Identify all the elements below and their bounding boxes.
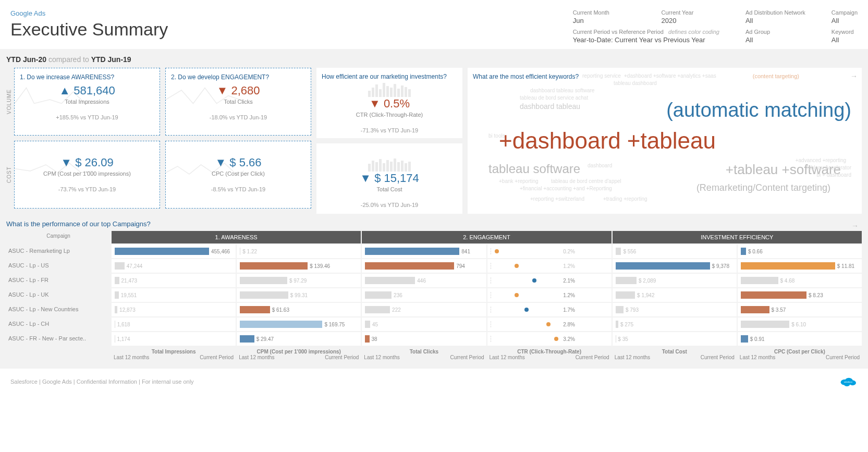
- table-cell: 236: [362, 288, 486, 302]
- down-arrow-icon: ▼: [217, 84, 228, 97]
- section-efficiency: INVESTMENT EFFICIENCY: [613, 231, 862, 243]
- volume-label: VOLUME: [6, 68, 12, 136]
- expand-icon[interactable]: →: [850, 72, 858, 80]
- col-footer: Total CostLast 12 monthsCurrent Period: [613, 347, 737, 362]
- table-cell: 0.2%: [487, 245, 612, 258]
- table-row-label[interactable]: ASUC - FR - New - Par secte..: [6, 332, 111, 346]
- table-row-label[interactable]: ASUC - Lp - FR: [6, 274, 111, 287]
- table-cell: $ 0.91: [738, 332, 862, 346]
- expand-icon[interactable]: →: [851, 222, 862, 230]
- table-cell: $ 793: [613, 303, 737, 316]
- table-cell: $ 139.46: [237, 259, 361, 273]
- table-cell: 1.2%: [487, 288, 612, 302]
- subtitle: Google Ads: [10, 9, 168, 17]
- table-cell: 1,618: [112, 317, 236, 331]
- col-footer: CTR (Click-Through-Rate)Last 12 monthsCu…: [487, 347, 612, 362]
- down-arrow-icon: ▼: [360, 172, 371, 185]
- table-cell: 1.2%: [487, 259, 612, 273]
- filter-month[interactable]: Current MonthJun: [573, 9, 635, 25]
- kpi-cost[interactable]: ▼ $ 15,174 Total Cost -25.0% vs YTD Jun-…: [316, 143, 462, 214]
- kpi-impressions[interactable]: 1. Do we increase AWARENESS? ▲ 581,640 T…: [14, 68, 160, 136]
- table-cell: $ 169.75: [237, 317, 361, 331]
- col-footer: CPM (Cost per 1'000 impressions)Last 12 …: [237, 347, 361, 362]
- col-footer: CPC (Cost per Click)Last 12 monthsCurren…: [738, 347, 862, 362]
- table-cell: $ 1,942: [613, 288, 737, 302]
- table-cell: $ 556: [613, 245, 737, 258]
- campaigns-section: What is the performance of our top Campa…: [6, 220, 862, 362]
- table-cell: 19,551: [112, 288, 236, 302]
- table-cell: 38: [362, 332, 486, 346]
- table-cell: 1.7%: [487, 303, 612, 316]
- table-cell: $ 3.57: [738, 303, 862, 316]
- table-row-label[interactable]: ASUC - Lp - UK: [6, 288, 111, 302]
- table-row-label[interactable]: ASUC - Lp - New Countries: [6, 303, 111, 316]
- table-cell: 841: [362, 245, 486, 258]
- table-cell: 2.8%: [487, 317, 612, 331]
- page-title: Executive Summary: [10, 19, 168, 40]
- kpi-cpc[interactable]: ▼ $ 5.66 CPC (Cost per Click) -8.5% vs Y…: [165, 141, 311, 209]
- filter-adgroup[interactable]: Ad GroupAll: [745, 29, 805, 44]
- table-cell: $ 1.22: [237, 245, 361, 258]
- filter-network[interactable]: Ad Distribution NetworkAll: [745, 9, 805, 25]
- table-cell: $ 11.81: [738, 259, 862, 273]
- section-engagement: 2. ENGAGEMENT: [362, 231, 611, 243]
- kpi-clicks[interactable]: 2. Do we develop ENGAGEMENT? ▼ 2,680 Tot…: [165, 68, 311, 136]
- campaign-table[interactable]: Campaign 1. AWARENESS 2. ENGAGEMENT INVE…: [6, 231, 862, 362]
- table-row-label[interactable]: ASUC - Lp - US: [6, 259, 111, 273]
- table-cell: $ 35: [613, 332, 737, 346]
- table-cell: 1,174: [112, 332, 236, 346]
- down-arrow-icon: ▼: [60, 156, 72, 169]
- svg-text:salesforce: salesforce: [844, 381, 852, 383]
- filter-period[interactable]: Current Period vs Reference Period defin…: [573, 29, 719, 44]
- table-cell: 45: [362, 317, 486, 331]
- filter-campaign[interactable]: CampaignAll: [832, 9, 858, 25]
- table-cell: $ 8.23: [738, 288, 862, 302]
- footer-text: Salesforce | Google Ads | Confidential I…: [10, 378, 194, 385]
- filters: Current MonthJun Current Year2020 Ad Dis…: [573, 9, 858, 44]
- table-row-label[interactable]: ASUC - Lp - CH: [6, 317, 111, 331]
- col-footer: Total ImpressionsLast 12 monthsCurrent P…: [112, 347, 236, 362]
- table-cell: $ 2,089: [613, 274, 737, 287]
- table-cell: $ 4.68: [738, 274, 862, 287]
- table-cell: $ 6.10: [738, 317, 862, 331]
- filter-year[interactable]: Current Year2020: [662, 9, 719, 25]
- table-row-label[interactable]: ASUC - Remarketing Lp: [6, 245, 111, 258]
- table-cell: $ 61.63: [237, 303, 361, 316]
- table-cell: 47,244: [112, 259, 236, 273]
- section-awareness: 1. AWARENESS: [112, 231, 361, 243]
- table-cell: 12,873: [112, 303, 236, 316]
- keyword-wordcloud[interactable]: What are the most efficient keywords? → …: [468, 68, 862, 214]
- ytd-comparison: YTD Jun-20 compared to YTD Jun-19: [6, 55, 862, 64]
- down-arrow-icon: ▼: [369, 97, 381, 110]
- down-arrow-icon: ▼: [215, 156, 226, 169]
- table-cell: 222: [362, 303, 486, 316]
- col-campaign: Campaign: [6, 231, 111, 243]
- cost-label: COST: [6, 141, 12, 209]
- table-cell: $ 275: [613, 317, 737, 331]
- kpi-ctr[interactable]: How efficient are our marketing investme…: [316, 68, 462, 138]
- table-cell: $ 99.31: [237, 288, 361, 302]
- table-cell: $ 0.66: [738, 245, 862, 258]
- table-cell: $ 29.47: [237, 332, 361, 346]
- filter-keyword[interactable]: KeywordAll: [832, 29, 858, 44]
- up-arrow-icon: ▲: [59, 84, 70, 97]
- col-footer: Total ClicksLast 12 monthsCurrent Period: [362, 347, 486, 362]
- table-cell: $ 9,378: [613, 259, 737, 273]
- table-cell: 794: [362, 259, 486, 273]
- table-cell: 21,473: [112, 274, 236, 287]
- kpi-cpm[interactable]: ▼ $ 26.09 CPM (Cost per 1'000 impression…: [14, 141, 160, 209]
- table-cell: 455,466: [112, 245, 236, 258]
- table-cell: 446: [362, 274, 486, 287]
- table-cell: 3.2%: [487, 332, 612, 346]
- table-cell: 2.1%: [487, 274, 612, 287]
- salesforce-logo-icon: salesforce: [839, 375, 858, 388]
- title-block: Google Ads Executive Summary: [10, 9, 168, 44]
- table-cell: $ 97.29: [237, 274, 361, 287]
